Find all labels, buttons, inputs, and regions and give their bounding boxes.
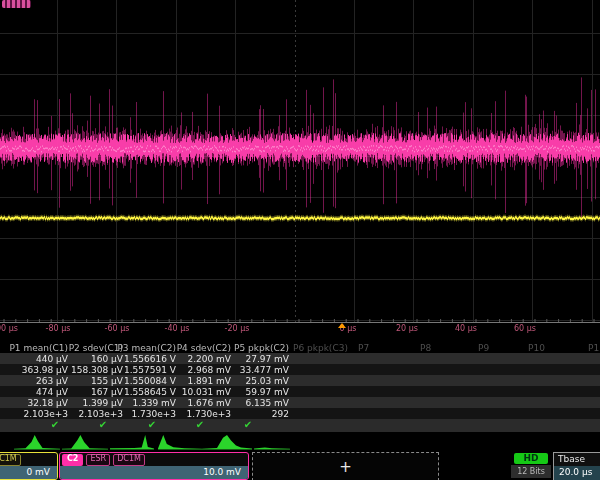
measurement-value: 474 µV <box>36 387 68 397</box>
measurement-header-row: P1 mean(C1)P2 sdev(C1)P3 mean(C2)P4 sdev… <box>0 342 600 352</box>
measurement-row-3: 474 µV167 µV1.558645 V10.031 mV59.97 mV <box>0 386 600 397</box>
time-axis-label-4: -20 µs <box>225 324 250 333</box>
measurement-value: 1.339 mV <box>132 398 176 408</box>
measurement-value: 1.730e+3 <box>131 409 176 419</box>
measurement-header-disabled[interactable]: P9 <box>478 343 489 353</box>
measurement-value: 2.103e+3 <box>78 409 123 419</box>
c2-channel-badge: C2 <box>62 454 83 466</box>
measurement-value: 33.477 mV <box>240 365 289 375</box>
timebase-descriptor[interactable]: Tbase 20.0 µs <box>553 452 600 480</box>
status-check-icon: ✔ <box>196 419 204 430</box>
measurement-value: 263 µV <box>36 376 68 386</box>
measurement-value: 2.103e+3 <box>23 409 68 419</box>
trigger-position-marker[interactable] <box>338 323 346 328</box>
measurement-value: 160 µV <box>91 354 123 364</box>
time-axis-label-3: -40 µs <box>165 324 190 333</box>
status-check-icon: ✔ <box>244 419 252 430</box>
measurement-value: 292 <box>272 409 289 419</box>
c2-coupling-badge: DC1M <box>113 454 145 466</box>
resolution-bits-label: 12 Bits <box>511 465 551 478</box>
measurement-value: 363.98 µV <box>22 365 68 375</box>
measurement-value: 2.200 mV <box>187 354 231 364</box>
measurement-value: 27.97 mV <box>245 354 289 364</box>
measurement-value: 10.031 mV <box>182 387 231 397</box>
measurement-value: 25.03 mV <box>245 376 289 386</box>
measurement-value: 158.308 µV <box>71 365 123 375</box>
timebase-value: 20.0 µs <box>554 466 600 480</box>
measurement-value: 6.135 mV <box>245 398 289 408</box>
measurement-header-disabled[interactable]: P6 pkpk(C3) <box>293 343 348 353</box>
time-axis-label-2: -60 µs <box>105 324 130 333</box>
measurement-value: 1.891 mV <box>187 376 231 386</box>
measurement-value: 167 µV <box>91 387 123 397</box>
c1-coupling-badge: DC1M <box>0 454 21 466</box>
measurement-value: 155 µV <box>91 376 123 386</box>
measurement-header-disabled[interactable]: P11 <box>588 343 600 353</box>
time-axis-label-0: -100 µs <box>0 324 18 333</box>
c1-vertical-scale: 0 mV <box>0 466 57 479</box>
measurement-row-4: 32.18 µV1.399 µV1.339 mV1.676 mV6.135 mV <box>0 397 600 408</box>
measurement-row-0: 440 µV160 µV1.556616 V2.200 mV27.97 mV <box>0 353 600 364</box>
measurement-histicons[interactable] <box>0 433 600 451</box>
status-check-icon: ✔ <box>99 419 107 430</box>
descriptor-bar: DC1M 0 mV C2 ESR DC1M 10.0 mV + HD 12 Bi… <box>0 452 600 480</box>
measurement-row-1: 363.98 µV158.308 µV1.557591 V2.968 mV33.… <box>0 364 600 375</box>
measurement-value: 1.399 µV <box>82 398 123 408</box>
measurement-header-P2[interactable]: P2 sdev(C1) <box>69 343 123 353</box>
measurement-value: 59.97 mV <box>245 387 289 397</box>
measurement-header-P1[interactable]: P1 mean(C1) <box>9 343 68 353</box>
time-axis-label-1: -80 µs <box>46 324 71 333</box>
measurement-value: 1.550084 V <box>124 376 176 386</box>
measurement-header-P4[interactable]: P4 sdev(C2) <box>177 343 231 353</box>
c2-esr-badge: ESR <box>86 454 110 466</box>
channel-c1-descriptor[interactable]: DC1M 0 mV <box>0 452 58 480</box>
oscilloscope-screen: -100 µs-80 µs-60 µs-40 µs-20 µs0 µs20 µs… <box>0 0 600 480</box>
timebase-title: Tbase <box>554 453 600 466</box>
time-axis-label-8: 60 µs <box>514 324 536 333</box>
measurement-header-disabled[interactable]: P7 <box>358 343 369 353</box>
measurement-value: 1.557591 V <box>124 365 176 375</box>
time-axis-label-7: 40 µs <box>455 324 477 333</box>
measurement-header-P5[interactable]: P5 pkpk(C2) <box>234 343 289 353</box>
measurement-status-row: ✔✔✔✔✔ <box>0 419 600 432</box>
waveform-display[interactable] <box>0 0 600 338</box>
measurement-row-5: 2.103e+32.103e+31.730e+31.730e+3292 <box>0 408 600 419</box>
measurement-value: 1.556616 V <box>124 354 176 364</box>
measurement-value: 2.968 mV <box>187 365 231 375</box>
measurement-header-disabled[interactable]: P8 <box>420 343 431 353</box>
measurement-header-disabled[interactable]: P10 <box>528 343 545 353</box>
measurement-value: 32.18 µV <box>27 398 68 408</box>
plus-icon: + <box>339 458 352 476</box>
status-check-icon: ✔ <box>51 419 59 430</box>
hd-mode-badge[interactable]: HD <box>514 453 548 464</box>
status-check-icon: ✔ <box>148 419 156 430</box>
time-axis-label-6: 20 µs <box>396 324 418 333</box>
measurement-header-P3[interactable]: P3 mean(C2) <box>117 343 176 353</box>
top-left-badge[interactable] <box>2 0 31 8</box>
add-trace-button[interactable]: + <box>252 452 439 480</box>
measurement-value: 440 µV <box>36 354 68 364</box>
measurement-row-2: 263 µV155 µV1.550084 V1.891 mV25.03 mV <box>0 375 600 386</box>
measurement-value: 1.558645 V <box>124 387 176 397</box>
measurement-value: 1.676 mV <box>187 398 231 408</box>
channel-c2-descriptor[interactable]: C2 ESR DC1M 10.0 mV <box>59 452 249 480</box>
measurement-value: 1.730e+3 <box>186 409 231 419</box>
c2-vertical-scale: 10.0 mV <box>60 466 248 479</box>
